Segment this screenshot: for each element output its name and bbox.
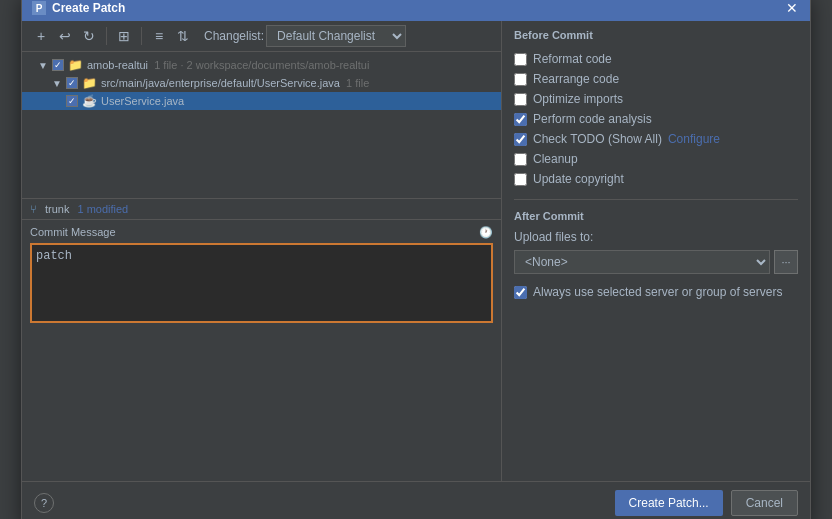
create-patch-button[interactable]: Create Patch... [615,490,723,516]
tree-item-file[interactable]: ✓ ☕ UserService.java [22,92,501,110]
right-panel: Before Commit Reformat code Rearrange co… [502,21,810,481]
after-commit-title: After Commit [514,210,798,222]
dialog-body: + ↩ ↻ ⊞ ≡ ⇅ Changelist: Default Changeli… [22,21,810,481]
checkbox-cleanup[interactable] [514,153,527,166]
label-rearrange: Rearrange code [533,72,619,86]
checkbox-reformat[interactable] [514,53,527,66]
label-always-use: Always use selected server or group of s… [533,285,782,299]
dialog-footer: ? Create Patch... Cancel [22,481,810,519]
label-todo: Check TODO (Show All) [533,132,662,146]
option-always-use: Always use selected server or group of s… [514,282,798,302]
group-button[interactable]: ⊞ [113,25,135,47]
label-copyright: Update copyright [533,172,624,186]
refresh-button[interactable]: ↻ [78,25,100,47]
separator-1 [106,27,107,45]
upload-select[interactable]: <None> [514,250,770,274]
checkbox-optimize[interactable] [514,93,527,106]
option-optimize: Optimize imports [514,89,798,109]
file-icon-java: ☕ [82,94,97,108]
toolbar: + ↩ ↻ ⊞ ≡ ⇅ Changelist: Default Changeli… [22,21,501,52]
option-analyze: Perform code analysis [514,109,798,129]
checkbox-analyze[interactable] [514,113,527,126]
changelist-label: Changelist: [204,29,264,43]
sort-button[interactable]: ≡ [148,25,170,47]
file-icon-folder1: 📁 [68,58,83,72]
checkbox-todo[interactable] [514,133,527,146]
upload-row: <None> ··· [514,250,798,274]
option-reformat: Reformat code [514,49,798,69]
tree-checkbox-file[interactable]: ✓ [66,95,78,107]
checkbox-rearrange[interactable] [514,73,527,86]
close-button[interactable]: ✕ [784,1,800,15]
section-divider [514,199,798,200]
tree-item-label-file: UserService.java [101,95,184,107]
tree-item-src[interactable]: ▼ ✓ 📁 src/main/java/enterprise/default/U… [22,74,501,92]
title-bar-left: P Create Patch [32,1,125,15]
action-buttons: Create Patch... Cancel [615,490,798,516]
add-button[interactable]: + [30,25,52,47]
tree-item-root[interactable]: ▼ ✓ 📁 amob-realtui 1 file · 2 workspace/… [22,56,501,74]
tree-checkbox-root[interactable]: ✓ [52,59,64,71]
label-cleanup: Cleanup [533,152,578,166]
commit-label: Commit Message 🕐 [30,226,493,239]
commit-section: Commit Message 🕐 patch [22,219,501,332]
commit-textarea[interactable]: patch [30,243,493,323]
option-copyright: Update copyright [514,169,798,189]
tree-checkbox-src[interactable]: ✓ [66,77,78,89]
file-tree: ▼ ✓ 📁 amob-realtui 1 file · 2 workspace/… [22,52,501,198]
separator-2 [141,27,142,45]
undo-button[interactable]: ↩ [54,25,76,47]
label-analyze: Perform code analysis [533,112,652,126]
branch-name: trunk [45,203,69,215]
dialog-title: Create Patch [52,1,125,15]
configure-link[interactable]: Configure [668,132,720,146]
option-todo: Check TODO (Show All) Configure [514,129,798,149]
changelist-select[interactable]: Default Changelist [266,25,406,47]
before-commit-title: Before Commit [514,29,798,41]
option-rearrange: Rearrange code [514,69,798,89]
left-panel: + ↩ ↻ ⊞ ≡ ⇅ Changelist: Default Changeli… [22,21,502,481]
dialog-icon: P [32,1,46,15]
checkbox-always-use[interactable] [514,286,527,299]
option-cleanup: Cleanup [514,149,798,169]
modified-count: 1 modified [77,203,128,215]
tree-item-label-root: amob-realtui 1 file · 2 workspace/docume… [87,59,369,71]
tree-item-label-src: src/main/java/enterprise/default/UserSer… [101,77,369,89]
file-icon-folder2: 📁 [82,76,97,90]
dots-button[interactable]: ··· [774,250,798,274]
sort2-button[interactable]: ⇅ [172,25,194,47]
cancel-button[interactable]: Cancel [731,490,798,516]
label-optimize: Optimize imports [533,92,623,106]
help-button[interactable]: ? [34,493,54,513]
upload-label: Upload files to: [514,230,798,244]
status-bar: ⑂ trunk 1 modified [22,198,501,219]
create-patch-dialog: P Create Patch ✕ + ↩ ↻ ⊞ ≡ ⇅ Changelist:… [21,0,811,519]
clock-icon: 🕐 [479,226,493,239]
title-bar: P Create Patch ✕ [22,0,810,21]
checkbox-copyright[interactable] [514,173,527,186]
label-reformat: Reformat code [533,52,612,66]
